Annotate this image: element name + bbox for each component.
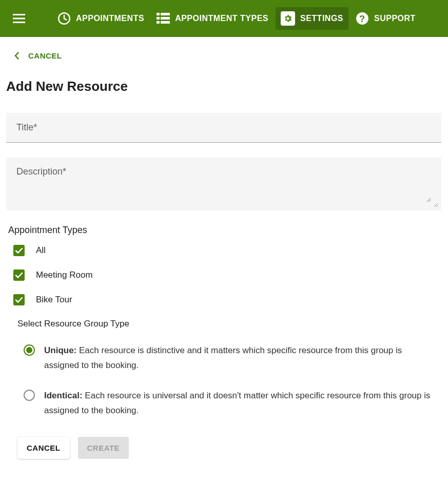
description-input[interactable] (16, 166, 431, 202)
checkbox-meeting-room-box (13, 269, 25, 281)
svg-rect-8 (157, 21, 160, 24)
checkbox-meeting-room[interactable]: Meeting Room (13, 269, 442, 281)
title-field-wrap (6, 113, 441, 143)
appointment-types-label: Appointment Types (8, 225, 442, 236)
gear-icon (283, 14, 293, 23)
svg-rect-0 (13, 14, 25, 15)
nav-support[interactable]: ? SUPPORT (350, 7, 421, 30)
svg-rect-9 (161, 21, 170, 24)
radio-unique-circle (24, 344, 35, 356)
resize-handle-icon (432, 201, 438, 207)
page-title: Add New Resource (6, 79, 442, 94)
top-nav-bar: APPOINTMENTS APPOINTMENT TYPES SETTINGS … (0, 0, 448, 37)
svg-rect-4 (157, 13, 160, 15)
nav-support-label: SUPPORT (374, 14, 416, 23)
checkbox-all-label: All (36, 245, 46, 256)
nav-appointments[interactable]: APPOINTMENTS (52, 7, 149, 30)
checkbox-meeting-room-label: Meeting Room (36, 270, 93, 280)
svg-rect-2 (13, 22, 25, 23)
checkbox-all[interactable]: All (13, 245, 442, 256)
svg-rect-1 (13, 18, 25, 20)
back-cancel-link[interactable]: CANCEL (6, 51, 442, 60)
chevron-left-icon (14, 52, 19, 60)
checkbox-all-box (13, 245, 25, 256)
nav-appointments-label: APPOINTMENTS (76, 14, 144, 23)
nav-settings[interactable]: SETTINGS (276, 7, 348, 30)
checkmark-icon (15, 247, 23, 254)
radio-identical-text: Identical: Each resource is universal an… (44, 389, 439, 418)
radio-unique-title: Unique: (44, 345, 76, 355)
hamburger-icon (13, 14, 25, 23)
svg-rect-7 (161, 17, 170, 20)
group-type-label: Select Resource Group Type (17, 319, 442, 329)
title-input[interactable] (16, 122, 431, 133)
nav-appointment-types[interactable]: APPOINTMENT TYPES (151, 7, 274, 30)
checkmark-icon (15, 272, 23, 279)
create-button[interactable]: CREATE (78, 437, 129, 459)
description-field-wrap (6, 157, 441, 210)
nav-appointment-types-label: APPOINTMENT TYPES (175, 14, 268, 23)
checkbox-bike-tour-box (13, 294, 25, 305)
radio-identical[interactable]: Identical: Each resource is universal an… (24, 389, 442, 418)
back-cancel-label: CANCEL (28, 51, 62, 60)
cancel-button[interactable]: CANCEL (17, 437, 70, 459)
clock-icon (57, 12, 71, 25)
radio-identical-circle (24, 390, 35, 401)
checkbox-bike-tour-label: Bike Tour (36, 295, 72, 305)
help-icon: ? (356, 12, 369, 25)
checkmark-icon (15, 297, 23, 303)
radio-identical-title: Identical: (44, 391, 83, 400)
list-icon (157, 13, 170, 24)
radio-unique-text: Unique: Each resource is distinctive and… (44, 343, 439, 373)
radio-unique[interactable]: Unique: Each resource is distinctive and… (24, 343, 442, 373)
nav-settings-label: SETTINGS (300, 14, 343, 23)
svg-text:?: ? (359, 13, 365, 24)
menu-button[interactable] (9, 9, 29, 28)
checkbox-bike-tour[interactable]: Bike Tour (13, 294, 442, 305)
radio-identical-desc: Each resource is universal and it doesn'… (44, 391, 431, 415)
svg-rect-6 (157, 17, 160, 20)
svg-rect-5 (161, 13, 170, 15)
settings-icon-box (281, 11, 295, 26)
radio-unique-desc: Each resource is distinctive and it matt… (44, 345, 402, 370)
